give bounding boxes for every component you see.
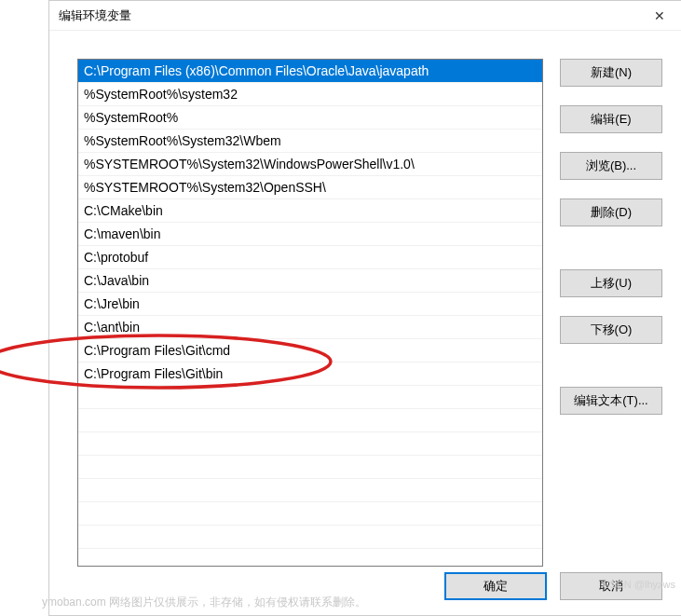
list-item-empty[interactable] bbox=[78, 526, 542, 549]
list-item[interactable]: %SYSTEMROOT%\System32\WindowsPowerShell\… bbox=[78, 153, 542, 176]
title-bar: 编辑环境变量 ✕ bbox=[49, 1, 681, 31]
list-item[interactable]: %SYSTEMROOT%\System32\OpenSSH\ bbox=[78, 176, 542, 199]
move-up-button[interactable]: 上移(U) bbox=[560, 269, 662, 297]
list-item-empty[interactable] bbox=[78, 409, 542, 432]
environment-variable-dialog: 编辑环境变量 ✕ C:\Program Files (x86)\Common F… bbox=[48, 0, 681, 616]
new-button[interactable]: 新建(N) bbox=[560, 59, 662, 87]
list-item[interactable]: C:\Jre\bin bbox=[78, 293, 542, 316]
ok-button[interactable]: 确定 bbox=[444, 572, 547, 600]
edit-button[interactable]: 编辑(E) bbox=[560, 105, 662, 133]
dialog-title: 编辑环境变量 bbox=[59, 7, 131, 24]
list-item[interactable]: %SystemRoot%\System32\Wbem bbox=[78, 130, 542, 153]
list-item-empty[interactable] bbox=[78, 456, 542, 479]
list-item[interactable]: %SystemRoot% bbox=[78, 106, 542, 130]
path-list[interactable]: C:\Program Files (x86)\Common Files\Orac… bbox=[77, 59, 543, 567]
delete-button[interactable]: 删除(D) bbox=[560, 198, 662, 226]
close-icon: ✕ bbox=[654, 8, 665, 23]
close-button[interactable]: ✕ bbox=[638, 2, 681, 30]
edit-text-button[interactable]: 编辑文本(T)... bbox=[560, 387, 662, 415]
list-item[interactable]: %SystemRoot%\system32 bbox=[78, 83, 542, 106]
list-item[interactable]: C:\maven\bin bbox=[78, 223, 542, 246]
move-down-button[interactable]: 下移(O) bbox=[560, 316, 662, 344]
list-item[interactable]: C:\protobuf bbox=[78, 246, 542, 269]
watermark-left: ymoban.com 网络图片仅供展示，非存储，如有侵权请联系删除。 bbox=[42, 595, 366, 610]
browse-button[interactable]: 浏览(B)... bbox=[560, 152, 662, 180]
watermark-right: CSDN @lhyzws bbox=[603, 579, 675, 590]
list-item[interactable]: C:\Java\bin bbox=[78, 269, 542, 293]
list-item-empty[interactable] bbox=[78, 502, 542, 526]
list-item[interactable]: C:\CMake\bin bbox=[78, 199, 542, 223]
dialog-body: C:\Program Files (x86)\Common Files\Orac… bbox=[49, 31, 681, 552]
button-column: 新建(N) 编辑(E) 浏览(B)... 删除(D) 上移(U) 下移(O) 编… bbox=[560, 59, 662, 533]
list-item-empty[interactable] bbox=[78, 386, 542, 409]
list-item-empty[interactable] bbox=[78, 432, 542, 456]
list-item-empty[interactable] bbox=[78, 479, 542, 502]
list-item[interactable]: C:\ant\bin bbox=[78, 316, 542, 339]
list-item[interactable]: C:\Program Files\Git\cmd bbox=[78, 339, 542, 363]
list-item[interactable]: C:\Program Files (x86)\Common Files\Orac… bbox=[78, 60, 542, 83]
list-item[interactable]: C:\Program Files\Git\bin bbox=[78, 363, 542, 386]
